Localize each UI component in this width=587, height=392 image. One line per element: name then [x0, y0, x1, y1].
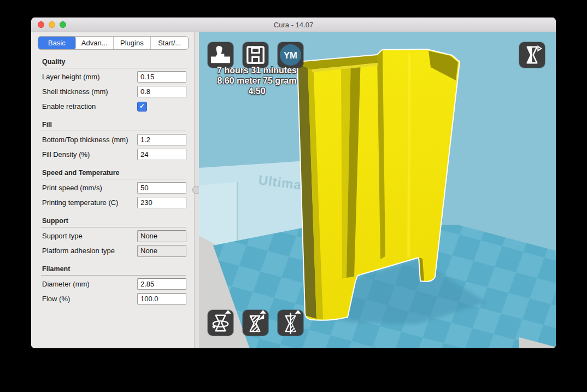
youmagine-icon: YM — [278, 42, 303, 68]
estimate-material: 8.60 meter 75 gram — [199, 75, 315, 86]
setting-label: Layer height (mm) — [42, 73, 137, 81]
setting-label: Print speed (mm/s) — [42, 184, 137, 192]
window-title: Cura - 14.07 — [274, 21, 313, 29]
setting-label: Fill Density (%) — [42, 150, 137, 159]
save-toolpath-button[interactable] — [243, 42, 268, 68]
diameter-field[interactable] — [137, 278, 186, 290]
estimate-time: 7 hours 31 minutes — [199, 65, 315, 75]
view-mode-icon — [519, 42, 545, 68]
tab-basic[interactable]: Basic — [38, 37, 76, 49]
support-type-select[interactable]: None — [137, 230, 186, 242]
setting-label: Support type — [42, 232, 137, 240]
section-title-speed-and-temperature: Speed and Temperature — [41, 169, 186, 179]
setting-row: Platform adhesion typeNone — [42, 244, 186, 257]
layer-height-field[interactable] — [137, 71, 186, 83]
setting-label: Shell thickness (mm) — [42, 87, 137, 96]
section-title-support: Support — [41, 217, 186, 227]
setting-row: Printing temperature (C) — [42, 196, 186, 209]
cura-window: Cura - 14.07 BasicAdvan...PluginsStart/.… — [31, 17, 556, 348]
settings-tabbar: BasicAdvan...PluginsStart/... — [38, 36, 189, 50]
scale-button[interactable] — [243, 310, 268, 336]
setting-row: Support typeNone — [42, 230, 186, 242]
panel-divider[interactable] — [194, 32, 199, 348]
section-title-fill: Fill — [41, 121, 186, 131]
setting-label: Enable retraction — [42, 102, 137, 110]
mirror-button[interactable] — [278, 310, 303, 336]
setting-row: Layer height (mm) — [42, 71, 186, 83]
tab-start[interactable]: Start/... — [151, 37, 188, 49]
flow-field[interactable] — [137, 293, 186, 305]
mirror-icon — [278, 310, 303, 336]
viewport-3d[interactable]: Ultima — [199, 32, 556, 348]
setting-row: Enable retraction✓ — [42, 100, 186, 113]
section-title-quality: Quality — [41, 58, 186, 68]
platform-adhesion-type-select[interactable]: None — [137, 245, 186, 257]
rotate-button[interactable] — [208, 310, 233, 336]
enable-retraction-checkbox[interactable]: ✓ — [137, 102, 147, 112]
printing-temperature-field[interactable] — [137, 197, 186, 208]
setting-row: Fill Density (%) — [42, 148, 186, 161]
estimate-cost: 4.50 — [199, 86, 315, 96]
section-title-filament: Filament — [41, 265, 186, 276]
minimize-button[interactable] — [49, 21, 55, 28]
setting-row: Bottom/Top thickness (mm) — [42, 133, 186, 146]
print-estimate: 7 hours 31 minutes 8.60 meter 75 gram 4.… — [199, 65, 315, 96]
load-model-button[interactable] — [208, 42, 233, 68]
setting-label: Platform adhesion type — [42, 247, 137, 255]
load-model-icon — [208, 42, 233, 68]
tab-advan[interactable]: Advan... — [76, 37, 114, 49]
close-button[interactable] — [38, 21, 44, 28]
setting-label: Printing temperature (C) — [42, 198, 137, 207]
settings-panel: BasicAdvan...PluginsStart/... QualityLay… — [31, 32, 194, 348]
zoom-button[interactable] — [60, 21, 66, 28]
tab-plugins[interactable]: Plugins — [114, 37, 151, 49]
save-icon — [243, 42, 268, 68]
youmagine-text: YM — [284, 50, 297, 61]
title-bar[interactable]: Cura - 14.07 — [31, 17, 556, 32]
setting-label: Bottom/Top thickness (mm) — [42, 136, 137, 144]
setting-label: Diameter (mm) — [42, 280, 137, 288]
view-mode-button[interactable] — [519, 42, 545, 68]
fill-density-field[interactable] — [137, 149, 186, 160]
shell-thickness-field[interactable] — [137, 86, 186, 97]
traffic-lights — [38, 21, 66, 28]
setting-row: Shell thickness (mm) — [42, 85, 186, 98]
setting-row: Flow (%) — [42, 292, 186, 305]
youmagine-share-button[interactable]: YM — [278, 42, 303, 68]
rotate-icon — [208, 310, 233, 336]
bottom-top-thickness-field[interactable] — [137, 134, 186, 145]
print-speed-field[interactable] — [137, 182, 186, 194]
setting-row: Diameter (mm) — [42, 278, 186, 290]
setting-label: Flow (%) — [42, 295, 137, 303]
scale-icon — [243, 310, 268, 336]
setting-row: Print speed (mm/s) — [42, 182, 186, 194]
